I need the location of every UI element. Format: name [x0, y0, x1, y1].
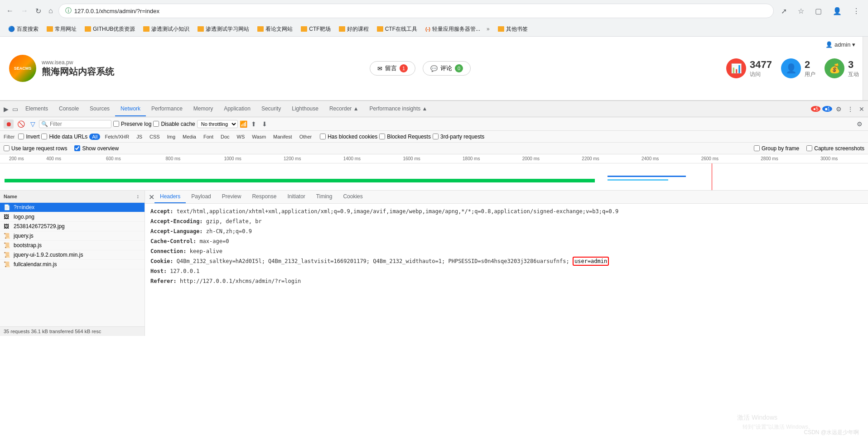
filter-button[interactable]: ▽ — [29, 120, 37, 129]
filter-ws[interactable]: WS — [234, 134, 248, 140]
file-item-logo[interactable]: 🖼 logo.png — [0, 212, 145, 222]
detail-tab-preview[interactable]: Preview — [217, 191, 247, 203]
blocked-requests-text: Blocked Requests — [387, 134, 431, 140]
detail-tab-payload[interactable]: Payload — [186, 191, 216, 203]
tab-sources[interactable]: Sources — [84, 102, 115, 116]
third-party-checkbox[interactable] — [433, 134, 439, 139]
home-button[interactable]: ⌂ — [47, 5, 55, 17]
bookmark-baidu[interactable]: 🔵 百度搜索 — [5, 24, 42, 34]
detail-tab-cookies[interactable]: Cookies — [338, 191, 368, 203]
throttle-select[interactable]: No throttling — [197, 120, 238, 128]
upload-btn[interactable]: ⬆ — [249, 120, 258, 129]
devtools-cursor-btn[interactable]: ▶ — [2, 105, 10, 114]
share-button[interactable]: ➚ — [777, 5, 791, 17]
tab-lighthouse[interactable]: Lighthouse — [286, 102, 324, 116]
bookmark-github[interactable]: GITHUB优质资源 — [81, 24, 139, 34]
tab-recorder[interactable]: Recorder ▲ — [324, 102, 364, 116]
filter-manifest[interactable]: Manifest — [270, 134, 295, 140]
invert-label[interactable]: Invert — [18, 134, 39, 140]
devtools-close-btn[interactable]: ✕ — [857, 104, 866, 115]
bookmark-pentest-site[interactable]: 渗透测试学习网站 — [194, 24, 253, 34]
devtools-more-btn[interactable]: ⋮ — [845, 104, 855, 115]
reload-button[interactable]: ↻ — [34, 5, 43, 17]
show-overview-checkbox[interactable] — [74, 145, 80, 151]
large-rows-label[interactable]: Use large request rows — [4, 145, 67, 152]
has-blocked-label[interactable]: Has blocked cookies — [320, 134, 377, 140]
hide-data-urls-checkbox[interactable] — [41, 134, 47, 139]
file-item-fullcalendar[interactable]: 📜 fullcalendar.min.js — [0, 260, 145, 269]
bookmark-papers[interactable]: 看论文网站 — [254, 24, 296, 34]
disable-cache-label[interactable]: Disable cache — [153, 121, 195, 127]
filter-other[interactable]: Other — [297, 134, 315, 140]
address-bar[interactable]: ⓘ 127.0.0.1/xhcms/admin/?r=index — [58, 4, 774, 18]
filter-font[interactable]: Font — [201, 134, 216, 140]
has-blocked-checkbox[interactable] — [320, 134, 326, 139]
group-by-frame-checkbox[interactable] — [754, 145, 760, 151]
blocked-requests-label[interactable]: Blocked Requests — [379, 134, 431, 140]
file-item-jpg[interactable]: 🖼 25381426725729.jpg — [0, 222, 145, 231]
bookmark-server[interactable]: (-) 轻量应用服务器管... — [422, 24, 484, 34]
bookmark-courses[interactable]: 好的课程 — [335, 24, 372, 34]
file-item-jquery-ui[interactable]: 📜 jquery-ui-1.9.2.custom.min.js — [0, 250, 145, 260]
bookmark-common[interactable]: 常用网址 — [43, 24, 80, 34]
message-button[interactable]: ✉ 留言 1 — [370, 61, 415, 76]
bookmark-ctf-tools[interactable]: CTF在线工具 — [373, 24, 421, 34]
back-button[interactable]: ← — [5, 5, 15, 17]
filter-fetch-xhr[interactable]: Fetch/XHR — [102, 134, 132, 140]
filter-js[interactable]: JS — [134, 134, 145, 140]
filter-wasm[interactable]: Wasm — [249, 134, 269, 140]
filter-css[interactable]: CSS — [147, 134, 163, 140]
forward-button[interactable]: → — [19, 5, 30, 17]
bookmark-ctf[interactable]: CTF靶场 — [297, 24, 334, 34]
resize-btn[interactable]: ↕ — [135, 192, 141, 201]
detail-tab-initiator[interactable]: Initiator — [282, 191, 310, 203]
filter-media[interactable]: Media — [180, 134, 199, 140]
file-item-bootstrap[interactable]: 📜 bootstrap.js — [0, 241, 145, 250]
detail-tab-response[interactable]: Response — [246, 191, 282, 203]
preserve-log-label[interactable]: Preserve log — [113, 121, 151, 127]
detail-tab-timing[interactable]: Timing — [311, 191, 338, 203]
comment-button[interactable]: 💬 评论 0 — [423, 61, 471, 76]
filter-img[interactable]: Img — [164, 134, 178, 140]
tab-performance[interactable]: Performance — [146, 102, 188, 116]
scrollbar[interactable] — [863, 37, 868, 100]
clear-button[interactable]: 🚫 — [15, 120, 27, 129]
capture-screenshots-checkbox[interactable] — [806, 145, 812, 151]
third-party-label[interactable]: 3rd-party requests — [433, 134, 484, 140]
tab-elements[interactable]: Elements — [20, 102, 53, 116]
detail-tab-headers[interactable]: Headers — [154, 191, 186, 203]
download-btn[interactable]: ⬇ — [260, 120, 269, 129]
bookmark-others[interactable]: 其他书签 — [494, 24, 531, 34]
blocked-requests-checkbox[interactable] — [379, 134, 385, 139]
tab-console[interactable]: Console — [53, 102, 84, 116]
tab-performance-insights[interactable]: Performance insights ▲ — [364, 102, 433, 116]
invert-checkbox[interactable] — [18, 134, 24, 139]
record-button[interactable]: ⏺ — [4, 120, 14, 129]
tab-button[interactable]: ▢ — [811, 5, 825, 17]
preserve-log-checkbox[interactable] — [113, 121, 119, 127]
tab-memory[interactable]: Memory — [188, 102, 218, 116]
file-item-index[interactable]: 📄 ?r=index — [0, 203, 145, 212]
bookmark-pentest-tips[interactable]: 渗透测试小知识 — [140, 24, 193, 34]
tab-application[interactable]: Application — [218, 102, 256, 116]
profile-button[interactable]: 👤 — [829, 5, 845, 17]
bookmark-button[interactable]: ☆ — [794, 5, 808, 17]
tab-network[interactable]: Network — [115, 102, 146, 116]
large-rows-checkbox[interactable] — [4, 145, 10, 151]
search-input[interactable] — [50, 121, 118, 127]
devtools-settings-btn[interactable]: ⚙ — [834, 104, 844, 115]
menu-button[interactable]: ⋮ — [849, 5, 863, 17]
more-bookmarks[interactable]: » — [485, 26, 492, 32]
capture-screenshots-label[interactable]: Capture screenshots — [806, 145, 864, 152]
network-settings-btn[interactable]: ⚙ — [855, 120, 864, 129]
filter-all[interactable]: All — [89, 134, 100, 140]
hide-data-urls-label[interactable]: Hide data URLs — [41, 134, 87, 140]
file-item-jquery[interactable]: 📜 jquery.js — [0, 231, 145, 241]
tab-security[interactable]: Security — [256, 102, 286, 116]
devtools-inspect-btn[interactable]: ▭ — [10, 105, 20, 114]
detail-close-btn[interactable]: ✕ — [149, 193, 154, 201]
show-overview-label[interactable]: Show overview — [74, 145, 119, 152]
filter-doc[interactable]: Doc — [218, 134, 232, 140]
disable-cache-checkbox[interactable] — [153, 121, 159, 127]
group-by-frame-label[interactable]: Group by frame — [754, 145, 799, 152]
